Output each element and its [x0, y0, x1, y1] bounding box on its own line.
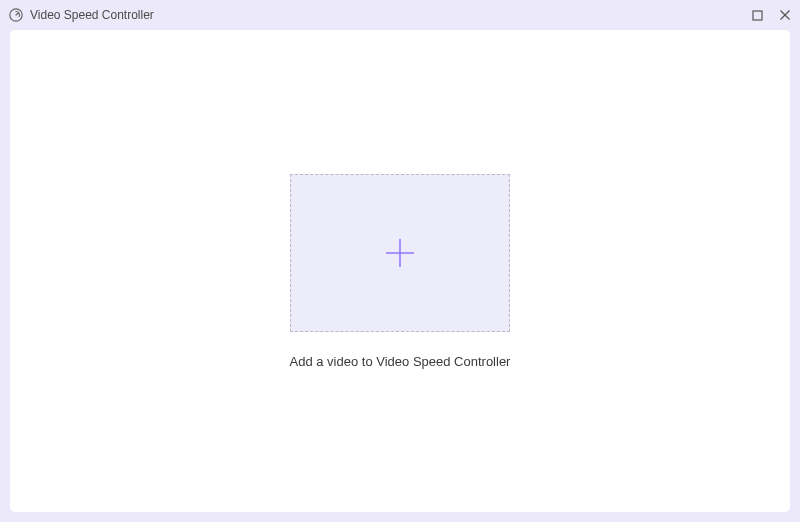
close-button[interactable]: [778, 8, 792, 22]
svg-line-1: [16, 13, 18, 15]
titlebar: Video Speed Controller: [0, 0, 800, 30]
plus-icon: [380, 233, 420, 273]
titlebar-left: Video Speed Controller: [8, 7, 154, 23]
add-video-dropzone[interactable]: [290, 174, 510, 332]
titlebar-controls: [750, 8, 792, 22]
app-title: Video Speed Controller: [30, 8, 154, 22]
svg-rect-2: [753, 11, 762, 20]
maximize-button[interactable]: [750, 8, 764, 22]
instruction-text: Add a video to Video Speed Controller: [290, 354, 511, 369]
main-panel: Add a video to Video Speed Controller: [10, 30, 790, 512]
app-icon: [8, 7, 24, 23]
